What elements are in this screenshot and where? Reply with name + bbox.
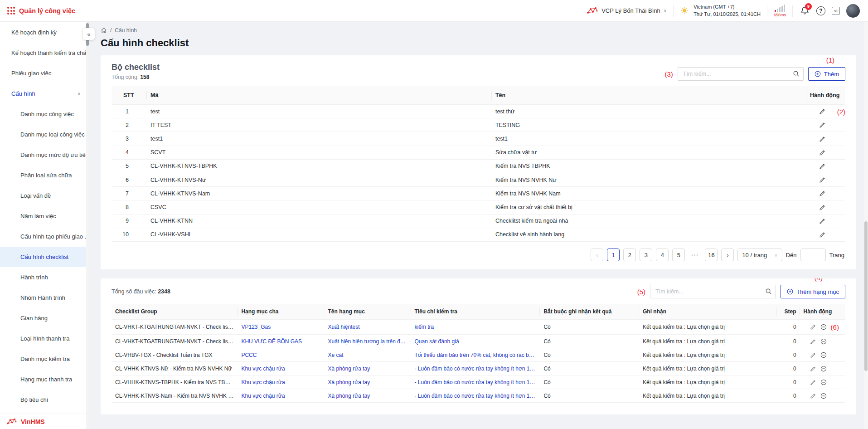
checklist-set-card: Bộ checklist Tổng cộng: 158 (3)	[101, 55, 856, 269]
sidebar-item-cau-hinh[interactable]: Cấu hình ∧	[0, 83, 89, 104]
edit-icon[interactable]	[810, 338, 816, 345]
sidebar-item-bo-tieu-chi[interactable]: Bộ tiêu chí	[0, 390, 89, 410]
notifications-button[interactable]: 9	[799, 5, 810, 16]
remove-icon[interactable]	[820, 366, 827, 372]
search-icon[interactable]	[793, 70, 800, 77]
cell-criteria[interactable]: - Luôn đảm bảo có nước rửa tay không ít …	[411, 389, 540, 403]
remove-icon[interactable]	[820, 324, 827, 330]
cell-name[interactable]: Xuất hiện hiện tượng lạ trên đường ối	[324, 335, 411, 348]
edit-icon[interactable]	[810, 366, 816, 372]
table-row: 1 test test thử (2)	[112, 105, 845, 118]
pagination-ellipsis[interactable]: •••	[689, 253, 701, 258]
cell-stt: 10	[112, 228, 147, 241]
edit-icon[interactable]	[819, 231, 826, 238]
edit-icon[interactable]	[819, 204, 826, 211]
cell-criteria[interactable]: Tối thiểu đảm bảo trên 70% cát, không có…	[411, 348, 540, 362]
edit-icon[interactable]	[819, 218, 826, 224]
pagination-page-5[interactable]: 5	[672, 249, 685, 261]
sidebar-item-nam-lam-viec[interactable]: Năm làm việc	[0, 206, 89, 226]
cell-parent[interactable]: VP123_Gas	[238, 320, 324, 335]
home-icon[interactable]	[101, 27, 107, 34]
table-row: 6 CL-VHHK-KTNVS-Nữ Kiểm tra NVS NVHK Nữ	[112, 173, 845, 187]
sidebar-item-ke-hoach-thanh-kiem-tra[interactable]: Kế hoạch thanh kiểm tra chất...	[0, 43, 89, 63]
cell-name[interactable]: Xà phòng rửa tay	[324, 375, 411, 389]
workspace-selector[interactable]: VCP Lý Bốn Thái Bình ∨	[587, 6, 667, 15]
sidebar-item-cau-hinh-tao-phieu-giao[interactable]: Cấu hình tạo phiếu giao ...	[0, 226, 89, 247]
edit-icon[interactable]	[819, 136, 826, 142]
cell-criteria[interactable]: - Luôn đảm bảo có nước rửa tay không ít …	[411, 375, 540, 389]
remove-icon[interactable]	[820, 393, 827, 399]
sidebar-item-hanh-trinh[interactable]: Hành trình	[0, 267, 89, 288]
col-header-ten: Tên	[492, 86, 806, 105]
user-avatar[interactable]	[846, 4, 860, 18]
page-size-select[interactable]: 10 / trang ∨	[737, 249, 782, 261]
help-button[interactable]: ?	[816, 6, 825, 15]
sidebar-item-danh-muc-kiem-tra[interactable]: Danh mục kiểm tra	[0, 349, 89, 369]
cell-name[interactable]: Xe cát	[324, 348, 411, 362]
cell-name[interactable]: Xà phòng rửa tay	[324, 389, 411, 403]
sidebar-item-label: Cấu hình	[11, 90, 35, 97]
cell-name[interactable]: Xuất hiệntest	[324, 320, 411, 335]
cell-ten: Kiểm tra NVS NVHK Nam	[492, 187, 806, 200]
remove-icon[interactable]	[820, 338, 827, 345]
vinhms-brand-text: VinHMS	[21, 418, 45, 425]
sidebar-scrollbar[interactable]	[86, 22, 89, 429]
pagination-page-3[interactable]: 3	[640, 249, 652, 261]
pagination-page-16[interactable]: 16	[705, 249, 718, 261]
edit-icon[interactable]	[819, 176, 826, 183]
pagination-next-button[interactable]: ›	[721, 249, 734, 261]
goto-page-input[interactable]	[800, 249, 826, 261]
sidebar-item-ke-hoach-dinh-ky[interactable]: Kế hoạch định kỳ	[0, 22, 89, 43]
pagination-prev-button[interactable]: ‹	[591, 249, 603, 261]
sidebar-item-loai-hinh-thanh-tra[interactable]: Loại hình thanh tra	[0, 328, 89, 349]
window-scrollbar[interactable]	[864, 22, 868, 429]
sidebar-item-cau-hinh-checklist[interactable]: Cấu hình checklist	[0, 247, 89, 267]
cell-criteria[interactable]: Quan sát đánh giá	[411, 335, 540, 348]
sidebar-item-loai-van-de[interactable]: Loại vấn đề	[0, 185, 89, 206]
cell-criteria[interactable]: kiểm tra	[411, 320, 540, 335]
edit-icon[interactable]	[819, 108, 826, 115]
sidebar-item-danh-muc-muc-do-uu-tien[interactable]: Danh mục mức độ ưu tiên	[0, 145, 89, 165]
language-badge[interactable]: vi	[832, 7, 840, 15]
col-header-criteria: Tiêu chí kiểm tra	[411, 304, 540, 320]
items-search-input[interactable]	[650, 285, 776, 298]
sidebar-item-hang-muc-thanh-tra[interactable]: Hạng mục thanh tra	[0, 369, 89, 390]
pagination-page-1[interactable]: 1	[607, 249, 620, 261]
sidebar-item-phan-loai-sua-chua[interactable]: Phân loại sửa chữa	[0, 165, 89, 185]
edit-icon[interactable]	[819, 149, 826, 156]
sidebar-item-danh-muc-cong-viec[interactable]: Danh mục công việc	[0, 104, 89, 124]
app-brand[interactable]: Quản lý công việc	[7, 7, 75, 15]
edit-icon[interactable]	[819, 122, 826, 128]
cell-parent[interactable]: KHU VỰC ĐỂ BỒN GAS	[238, 335, 324, 348]
cell-parent[interactable]: Khu vực chậu rửa	[238, 375, 324, 389]
cell-criteria[interactable]: - Luôn đảm bảo có nước rửa tay không ít …	[411, 362, 540, 375]
cell-name[interactable]: Xà phòng rửa tay	[324, 362, 411, 375]
search-icon[interactable]	[765, 288, 772, 295]
total-count: Tổng cộng: 158	[112, 74, 160, 80]
edit-icon[interactable]	[819, 163, 826, 170]
table-row: CL-VHHK-KTNVS-Nam - Kiểm tra NVS NVHK Na…	[112, 389, 845, 403]
sidebar-item-bao-cao-cong-viec[interactable]: Báo cáo công việc ∨	[0, 410, 89, 414]
edit-icon[interactable]	[810, 379, 816, 385]
edit-icon[interactable]	[819, 190, 826, 197]
pagination-page-2[interactable]: 2	[623, 249, 636, 261]
cell-parent[interactable]: Khu vực chậu rửa	[238, 362, 324, 375]
cell-parent[interactable]: Khu vực chậu rửa	[238, 389, 324, 403]
sidebar-item-nhom-hanh-trinh[interactable]: Nhóm Hành trình	[0, 288, 89, 308]
pagination-page-4[interactable]: 4	[656, 249, 669, 261]
edit-icon[interactable]	[810, 393, 816, 399]
cell-parent[interactable]: PCCC	[238, 348, 324, 362]
remove-icon[interactable]	[820, 379, 827, 385]
sidebar-collapse-button[interactable]: «	[83, 28, 95, 40]
breadcrumb-section[interactable]: Cấu hình	[115, 27, 137, 34]
sidebar-item-phieu-giao-viec[interactable]: Phiếu giao việc	[0, 63, 89, 83]
checklist-search-input[interactable]	[678, 67, 804, 81]
add-item-button[interactable]: Thêm hạng mục	[781, 285, 845, 298]
remove-icon[interactable]	[820, 352, 827, 358]
sidebar-item-danh-muc-loai-cong-viec[interactable]: Danh mục loại công việc	[0, 124, 89, 145]
edit-icon[interactable]	[810, 352, 816, 358]
apps-grid-icon[interactable]	[7, 7, 15, 15]
add-checklist-button[interactable]: Thêm	[808, 67, 845, 81]
sidebar-item-gian-hang[interactable]: Gian hàng	[0, 308, 89, 328]
edit-icon[interactable]	[810, 324, 816, 330]
